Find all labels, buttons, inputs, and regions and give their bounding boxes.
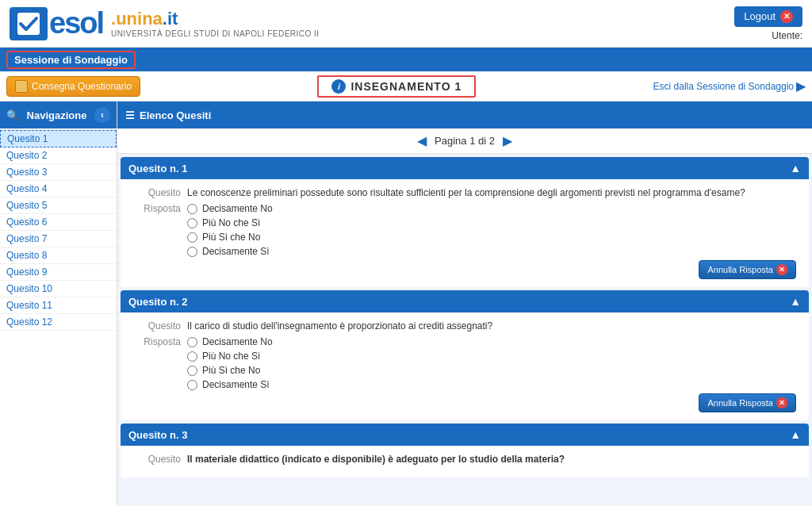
annulla-x-icon-1: ✕ <box>776 264 787 275</box>
quesito-text-1: Le conoscenze preliminari possedute sono… <box>187 187 796 198</box>
consegna-button[interactable]: Consegna Questionario <box>6 76 140 97</box>
answer-option-1-1[interactable]: Decisamente No <box>187 203 796 214</box>
esci-button[interactable]: Esci dalla Sessione di Sondaggio ▶ <box>653 79 806 94</box>
annulla-button-2[interactable]: Annulla Risposta ✕ <box>699 393 796 412</box>
sidebar-item-quesito-8[interactable]: Quesito 8 <box>0 247 117 264</box>
sidebar-item-quesito-5[interactable]: Quesito 5 <box>0 197 117 214</box>
answer-option-2-2[interactable]: Più No che Sì <box>187 351 796 362</box>
header: esol .unina.it Università degli Studi di… <box>0 0 812 48</box>
quesito-text-2: Il carico di studio dell'insegnamento è … <box>187 320 796 332</box>
question-text-row-3: Quesito Il materiale didattico (indicato… <box>133 454 796 465</box>
logo-unina-bottom: Università degli Studi di Napoli Federic… <box>111 29 320 38</box>
sidebar-item-quesito-7[interactable]: Quesito 7 <box>0 231 117 247</box>
sidebar-item-quesito-9[interactable]: Quesito 9 <box>0 264 117 281</box>
logo-check-box <box>10 7 48 40</box>
radio-q1-2[interactable] <box>187 218 197 228</box>
question-header-2: Quesito n. 2 ▲ <box>121 290 809 312</box>
sidebar-item-quesito-6[interactable]: Quesito 6 <box>0 214 117 231</box>
content-area: ☰ Elenco Quesiti ◀ Pagina 1 di 2 ▶ Quesi… <box>117 102 812 506</box>
sidebar-item-quesito-1[interactable]: Quesito 1 <box>0 130 117 148</box>
option-label-2-4: Decisamente Sì <box>202 379 270 390</box>
logo-unina: .unina.it Università degli Studi di Napo… <box>111 9 320 38</box>
session-bar: Sessione di Sondaggio <box>0 48 812 71</box>
sidebar-item-quesito-3[interactable]: Quesito 3 <box>0 164 117 181</box>
next-page-arrow[interactable]: ▶ <box>503 133 512 148</box>
question-body-2: Quesito Il carico di studio dell'insegna… <box>121 312 809 420</box>
insegnamento-title: INSEGNAMENTO 1 <box>350 80 462 93</box>
logout-x-icon: ✕ <box>780 10 793 23</box>
pagination: ◀ Pagina 1 di 2 ▶ <box>117 128 812 154</box>
question-block-1: Quesito n. 1 ▲ Quesito Le conoscenze pre… <box>121 157 809 287</box>
quesito-label-3: Quesito <box>133 454 181 465</box>
radio-q1-4[interactable] <box>187 247 197 257</box>
prev-page-arrow[interactable]: ◀ <box>417 133 427 148</box>
answer-option-2-1[interactable]: Decisamente No <box>187 336 796 347</box>
question-id-2: Quesito n. 2 <box>128 296 187 308</box>
answer-options-1: Decisamente No Più No che Sì Più Sì che … <box>187 203 796 257</box>
option-label-1-3: Più Sì che No <box>202 232 260 243</box>
option-label-2-3: Più Sì che No <box>202 365 260 376</box>
sidebar-item-quesito-4[interactable]: Quesito 4 <box>0 181 117 197</box>
question-header-3: Quesito n. 3 ▲ <box>121 424 809 446</box>
question-id-3: Quesito n. 3 <box>128 429 187 441</box>
consegna-label: Consegna Questionario <box>32 81 132 92</box>
option-label-2-2: Più No che Sì <box>202 351 260 362</box>
answer-row-1: Risposta Decisamente No Più No che Sì Pi… <box>133 203 796 257</box>
logo-area: esol .unina.it Università degli Studi di… <box>10 6 320 40</box>
answer-option-2-4[interactable]: Decisamente Sì <box>187 379 796 390</box>
info-icon: i <box>331 79 346 94</box>
question-text-row-1: Quesito Le conoscenze preliminari possed… <box>133 187 796 198</box>
main-layout: 🔍 Navigazione ‹ Quesito 1 Quesito 2 Ques… <box>0 102 812 506</box>
collapse-icon-3[interactable]: ▲ <box>790 428 801 441</box>
logout-button[interactable]: Logout ✕ <box>734 6 802 27</box>
header-right: Logout ✕ Utente: <box>734 6 802 41</box>
check-icon <box>16 11 41 36</box>
utente-label: Utente: <box>772 30 802 41</box>
radio-q2-2[interactable] <box>187 351 197 362</box>
sidebar: 🔍 Navigazione ‹ Quesito 1 Quesito 2 Ques… <box>0 102 117 506</box>
logo-esol-text: esol <box>49 6 103 40</box>
annulla-row-1: Annulla Risposta ✕ <box>133 260 796 279</box>
radio-q1-3[interactable] <box>187 232 197 243</box>
logout-label: Logout <box>744 10 776 22</box>
answer-option-2-3[interactable]: Più Sì che No <box>187 365 796 376</box>
list-icon: ☰ <box>125 109 135 121</box>
sidebar-item-quesito-2[interactable]: Quesito 2 <box>0 148 117 164</box>
session-badge: Sessione di Sondaggio <box>6 51 136 69</box>
question-block-2: Quesito n. 2 ▲ Quesito Il carico di stud… <box>121 290 809 420</box>
answer-options-2: Decisamente No Più No che Sì Più Sì che … <box>187 336 796 390</box>
esci-arrow-icon: ▶ <box>796 79 806 94</box>
question-body-3: Quesito Il materiale didattico (indicato… <box>121 446 809 477</box>
sidebar-item-quesito-12[interactable]: Quesito 12 <box>0 314 117 331</box>
sidebar-item-quesito-10[interactable]: Quesito 10 <box>0 281 117 297</box>
collapse-icon-2[interactable]: ▲ <box>790 295 801 308</box>
answer-option-1-4[interactable]: Decisamente Sì <box>187 246 796 257</box>
sidebar-item-quesito-11[interactable]: Quesito 11 <box>0 297 117 314</box>
radio-q1-1[interactable] <box>187 204 197 214</box>
sidebar-header: 🔍 Navigazione ‹ <box>0 102 117 128</box>
question-id-1: Quesito n. 1 <box>128 163 187 174</box>
radio-q2-4[interactable] <box>187 380 197 390</box>
option-label-1-1: Decisamente No <box>202 203 273 214</box>
radio-q2-3[interactable] <box>187 366 197 376</box>
question-header-1: Quesito n. 1 ▲ <box>121 157 809 179</box>
annulla-button-1[interactable]: Annulla Risposta ✕ <box>699 260 796 279</box>
esci-label: Esci dalla Sessione di Sondaggio <box>653 81 794 92</box>
annulla-label-2: Annulla Risposta <box>707 398 773 408</box>
answer-option-1-3[interactable]: Più Sì che No <box>187 232 796 243</box>
risposta-label-2: Risposta <box>133 336 181 390</box>
navigazione-icon: 🔍 <box>6 109 19 121</box>
radio-q2-1[interactable] <box>187 337 197 347</box>
answer-option-1-2[interactable]: Più No che Sì <box>187 217 796 228</box>
answer-row-2: Risposta Decisamente No Più No che Sì Pi… <box>133 336 796 390</box>
nav-arrow-icon[interactable]: ‹ <box>94 107 110 123</box>
quesito-label-2: Quesito <box>133 320 181 332</box>
content-header: ☰ Elenco Quesiti <box>117 102 812 128</box>
sidebar-items: Quesito 1 Quesito 2 Quesito 3 Quesito 4 … <box>0 128 117 332</box>
annulla-row-2: Annulla Risposta ✕ <box>133 393 796 412</box>
risposta-label-1: Risposta <box>133 203 181 257</box>
quesito-text-3: Il materiale didattico (indicato e dispo… <box>187 454 796 465</box>
page-info: Pagina 1 di 2 <box>435 135 495 147</box>
consegna-icon <box>15 80 28 93</box>
collapse-icon-1[interactable]: ▲ <box>790 162 801 174</box>
